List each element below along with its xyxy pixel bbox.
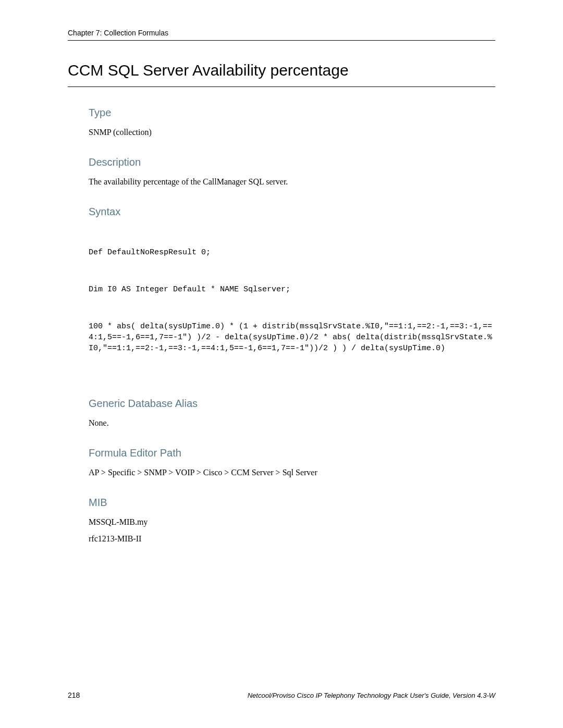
path-body: AP > Specific > SNMP > VOIP > Cisco > CC… <box>89 466 495 479</box>
chapter-header: Chapter 7: Collection Formulas <box>68 29 495 41</box>
syntax-line-1: Def DefaultNoRespResult 0; <box>89 247 495 258</box>
type-body: SNMP (collection) <box>89 126 495 139</box>
section-path: Formula Editor Path AP > Specific > SNMP… <box>89 447 495 479</box>
page-title: CCM SQL Server Availability percentage <box>68 61 495 87</box>
page-content: Chapter 7: Collection Formulas CCM SQL S… <box>0 0 563 545</box>
section-description: Description The availability percentage … <box>89 156 495 188</box>
alias-body: None. <box>89 417 495 429</box>
section-type: Type SNMP (collection) <box>89 107 495 139</box>
section-syntax: Syntax Def DefaultNoRespResult 0; Dim I0… <box>89 206 495 380</box>
section-mib: MIB MSSQL-MIB.my rfc1213-MIB-II <box>89 497 495 545</box>
mib-line-2: rfc1213-MIB-II <box>89 533 495 545</box>
heading-mib: MIB <box>89 497 495 509</box>
page-number: 218 <box>68 691 80 699</box>
heading-alias: Generic Database Alias <box>89 398 495 410</box>
heading-path: Formula Editor Path <box>89 447 495 459</box>
syntax-line-2: Dim I0 AS Integer Default * NAME Sqlserv… <box>89 284 495 295</box>
heading-description: Description <box>89 156 495 168</box>
section-alias: Generic Database Alias None. <box>89 398 495 429</box>
page-footer: 218 Netcool/Proviso Cisco IP Telephony T… <box>68 691 495 699</box>
syntax-line-3: 100 * abs( delta(sysUpTime.0) * (1 + dis… <box>89 321 495 354</box>
description-body: The availability percentage of the CallM… <box>89 176 495 188</box>
heading-type: Type <box>89 107 495 119</box>
heading-syntax: Syntax <box>89 206 495 218</box>
footer-text: Netcool/Proviso Cisco IP Telephony Techn… <box>248 692 495 699</box>
syntax-code: Def DefaultNoRespResult 0; Dim I0 AS Int… <box>89 225 495 380</box>
mib-line-1: MSSQL-MIB.my <box>89 516 495 528</box>
